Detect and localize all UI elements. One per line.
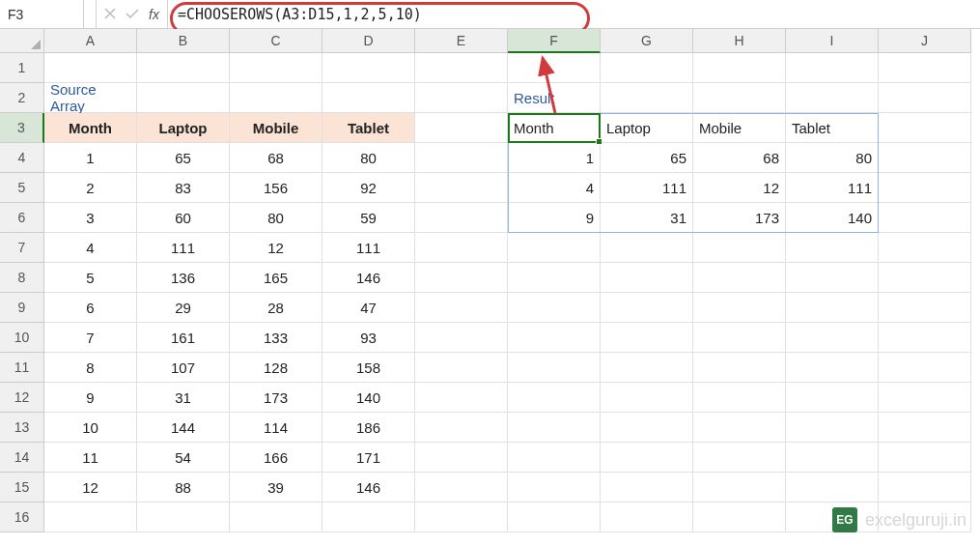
cell-I5[interactable]: 111	[786, 173, 879, 203]
cell-J1[interactable]	[879, 53, 971, 83]
row-header-10[interactable]: 10	[0, 323, 44, 353]
cell-G15[interactable]	[601, 473, 693, 503]
cell-D13[interactable]: 186	[322, 413, 415, 443]
row-header-1[interactable]: 1	[0, 53, 44, 83]
column-header-B[interactable]: B	[137, 29, 230, 53]
column-header-F[interactable]: F	[508, 29, 601, 53]
row-header-7[interactable]: 7	[0, 233, 44, 263]
row-header-16[interactable]: 16	[0, 503, 44, 532]
name-box-dropdown-icon[interactable]	[23, 0, 84, 28]
cell-B7[interactable]: 111	[137, 233, 230, 263]
cell-G16[interactable]	[601, 503, 693, 532]
column-header-E[interactable]: E	[415, 29, 508, 53]
cell-F1[interactable]	[508, 53, 601, 83]
cell-E10[interactable]	[415, 323, 508, 353]
cell-H7[interactable]	[693, 233, 786, 263]
cell-C11[interactable]: 128	[230, 353, 322, 383]
cell-A9[interactable]: 6	[44, 293, 137, 323]
cell-B1[interactable]	[137, 53, 230, 83]
cell-A3[interactable]: Month	[44, 113, 137, 143]
cell-C1[interactable]	[230, 53, 322, 83]
cell-A16[interactable]	[44, 503, 137, 532]
cell-B13[interactable]: 144	[137, 413, 230, 443]
row-header-5[interactable]: 5	[0, 173, 44, 203]
cell-F12[interactable]	[508, 383, 601, 413]
cell-G5[interactable]: 111	[601, 173, 693, 203]
cell-C5[interactable]: 156	[230, 173, 322, 203]
cell-I15[interactable]	[786, 473, 879, 503]
cell-B8[interactable]: 136	[137, 263, 230, 293]
cell-H11[interactable]	[693, 353, 786, 383]
cell-J10[interactable]	[879, 323, 971, 353]
row-header-4[interactable]: 4	[0, 143, 44, 173]
cell-A10[interactable]: 7	[44, 323, 137, 353]
cell-D12[interactable]: 140	[322, 383, 415, 413]
cell-C2[interactable]	[230, 83, 322, 113]
cell-E9[interactable]	[415, 293, 508, 323]
cell-C10[interactable]: 133	[230, 323, 322, 353]
cell-H12[interactable]	[693, 383, 786, 413]
cell-H8[interactable]	[693, 263, 786, 293]
cell-C16[interactable]	[230, 503, 322, 532]
cell-F2[interactable]: Result	[508, 83, 601, 113]
cell-A6[interactable]: 3	[44, 203, 137, 233]
cell-J8[interactable]	[879, 263, 971, 293]
cell-G6[interactable]: 31	[601, 203, 693, 233]
cell-F9[interactable]	[508, 293, 601, 323]
cell-H13[interactable]	[693, 413, 786, 443]
row-header-9[interactable]: 9	[0, 293, 44, 323]
cell-D14[interactable]: 171	[322, 443, 415, 473]
cell-F6[interactable]: 9	[508, 203, 601, 233]
cell-H4[interactable]: 68	[693, 143, 786, 173]
cell-I4[interactable]: 80	[786, 143, 879, 173]
cell-F15[interactable]	[508, 473, 601, 503]
column-header-J[interactable]: J	[879, 29, 971, 53]
cell-G8[interactable]	[601, 263, 693, 293]
cell-H6[interactable]: 173	[693, 203, 786, 233]
row-header-11[interactable]: 11	[0, 353, 44, 383]
cell-D2[interactable]	[322, 83, 415, 113]
cell-B10[interactable]: 161	[137, 323, 230, 353]
cell-J7[interactable]	[879, 233, 971, 263]
column-header-D[interactable]: D	[322, 29, 415, 53]
cell-H3[interactable]: Mobile	[693, 113, 786, 143]
cell-F13[interactable]	[508, 413, 601, 443]
cell-I9[interactable]	[786, 293, 879, 323]
row-header-3[interactable]: 3	[0, 113, 44, 143]
row-header-6[interactable]: 6	[0, 203, 44, 233]
cell-H9[interactable]	[693, 293, 786, 323]
cell-D4[interactable]: 80	[322, 143, 415, 173]
cell-I12[interactable]	[786, 383, 879, 413]
cell-A4[interactable]: 1	[44, 143, 137, 173]
cell-A8[interactable]: 5	[44, 263, 137, 293]
row-header-13[interactable]: 13	[0, 413, 44, 443]
cell-C8[interactable]: 165	[230, 263, 322, 293]
cell-D16[interactable]	[322, 503, 415, 532]
cell-G9[interactable]	[601, 293, 693, 323]
cell-I1[interactable]	[786, 53, 879, 83]
cell-E2[interactable]	[415, 83, 508, 113]
cell-J15[interactable]	[879, 473, 971, 503]
cell-D1[interactable]	[322, 53, 415, 83]
select-all-corner[interactable]	[0, 29, 44, 53]
cell-J5[interactable]	[879, 173, 971, 203]
cell-B3[interactable]: Laptop	[137, 113, 230, 143]
cell-E15[interactable]	[415, 473, 508, 503]
column-header-A[interactable]: A	[44, 29, 137, 53]
row-header-14[interactable]: 14	[0, 443, 44, 473]
cell-C3[interactable]: Mobile	[230, 113, 322, 143]
cell-B9[interactable]: 29	[137, 293, 230, 323]
cell-G2[interactable]	[601, 83, 693, 113]
cell-I3[interactable]: Tablet	[786, 113, 879, 143]
cell-H10[interactable]	[693, 323, 786, 353]
cell-I14[interactable]	[786, 443, 879, 473]
cell-G1[interactable]	[601, 53, 693, 83]
cell-J9[interactable]	[879, 293, 971, 323]
cell-B4[interactable]: 65	[137, 143, 230, 173]
cell-I2[interactable]	[786, 83, 879, 113]
column-header-H[interactable]: H	[693, 29, 786, 53]
cell-A1[interactable]	[44, 53, 137, 83]
cell-G7[interactable]	[601, 233, 693, 263]
formula-input[interactable]: =CHOOSEROWS(A3:D15,1,2,5,10)	[168, 6, 980, 23]
cell-D7[interactable]: 111	[322, 233, 415, 263]
